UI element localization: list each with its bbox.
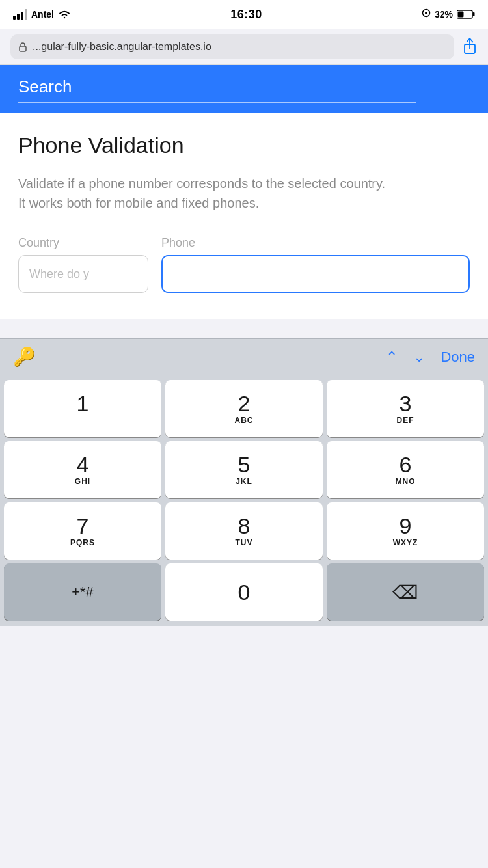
key-4[interactable]: 4 GHI	[4, 441, 161, 498]
next-field-button[interactable]: ⌄	[413, 349, 425, 366]
svg-rect-0	[13, 16, 16, 20]
search-header-label: Search	[18, 77, 470, 97]
lock-icon	[18, 42, 27, 52]
phone-input[interactable]	[161, 255, 470, 293]
key-0[interactable]: 0	[165, 563, 323, 621]
main-content: Phone Validation Validate if a phone num…	[0, 113, 488, 319]
numeric-keyboard: 1 2 ABC 3 DEF 4 GHI 5 JKL 6 MNO 7 PQRS	[0, 375, 488, 626]
url-text: ...gular-fully-basic.angular-templates.i…	[33, 41, 446, 53]
wifi-icon	[58, 9, 71, 20]
svg-rect-2	[21, 12, 23, 20]
form-section: Country Phone	[18, 236, 470, 293]
page-title: Phone Validation	[18, 132, 470, 159]
key-icon: 🔑	[13, 347, 36, 367]
key-2[interactable]: 2 ABC	[165, 380, 323, 437]
page-description: Validate if a phone number corresponds t…	[18, 174, 470, 213]
svg-point-5	[425, 12, 427, 14]
svg-rect-8	[472, 12, 474, 16]
status-bar: Antel 16:30 32%	[0, 0, 488, 29]
prev-field-button[interactable]: ⌃	[386, 349, 398, 366]
done-button[interactable]: Done	[441, 349, 475, 366]
key-3[interactable]: 3 DEF	[327, 380, 484, 437]
browser-bar: ...gular-fully-basic.angular-templates.i…	[0, 29, 488, 65]
svg-rect-9	[20, 46, 26, 51]
url-bar[interactable]: ...gular-fully-basic.angular-templates.i…	[10, 34, 454, 59]
svg-rect-3	[25, 9, 27, 20]
keyboard-row-4: +*# 0 ⌫	[4, 563, 484, 626]
key-1[interactable]: 1	[4, 380, 161, 437]
keyboard-row-3: 7 PQRS 8 TUV 9 WXYZ	[4, 502, 484, 560]
keyboard-row-2: 4 GHI 5 JKL 6 MNO	[4, 441, 484, 498]
country-field: Country	[18, 236, 148, 293]
app-header: Search	[0, 65, 488, 113]
header-underline	[18, 102, 416, 103]
battery-icon	[457, 9, 475, 20]
key-9[interactable]: 9 WXYZ	[327, 502, 484, 560]
time-label: 16:30	[230, 8, 262, 21]
key-8[interactable]: 8 TUV	[165, 502, 323, 560]
battery-percent: 32%	[435, 9, 453, 20]
carrier-label: Antel	[31, 9, 54, 20]
keyboard-toolbar-right: ⌃ ⌄ Done	[386, 349, 475, 366]
key-6[interactable]: 6 MNO	[327, 441, 484, 498]
status-right: 32%	[422, 8, 475, 20]
content-bg-spacer	[0, 319, 488, 338]
key-5[interactable]: 5 JKL	[165, 441, 323, 498]
country-label: Country	[18, 236, 148, 250]
svg-rect-7	[457, 12, 463, 18]
keyboard-toolbar-left: 🔑	[13, 346, 386, 368]
keyboard-row-1: 1 2 ABC 3 DEF	[4, 380, 484, 437]
key-special[interactable]: +*#	[4, 563, 161, 621]
location-icon	[422, 8, 431, 20]
phone-label: Phone	[161, 236, 470, 250]
svg-rect-1	[17, 14, 20, 20]
status-left: Antel	[13, 9, 71, 20]
phone-field: Phone	[161, 236, 470, 293]
key-7[interactable]: 7 PQRS	[4, 502, 161, 560]
signal-icon	[13, 9, 27, 20]
key-backspace[interactable]: ⌫	[327, 563, 484, 621]
country-input[interactable]	[18, 255, 148, 293]
share-icon[interactable]	[462, 38, 478, 56]
keyboard-toolbar: 🔑 ⌃ ⌄ Done	[0, 338, 488, 375]
